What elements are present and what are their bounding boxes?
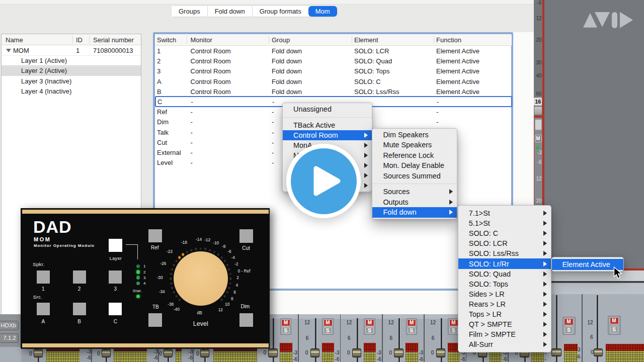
menu-item-unassigned[interactable]: Unassigned [283, 104, 372, 114]
col-element[interactable]: Element [354, 34, 378, 45]
menu-item-rears-lr[interactable]: Rears > LR [458, 299, 551, 309]
menu-item-fold-down[interactable]: Fold down [372, 207, 456, 218]
menu-item-sides-lr[interactable]: Sides > LR [458, 289, 551, 299]
fader-cap[interactable] [436, 348, 446, 357]
menu-item-solo-lss-rss[interactable]: SOLO: Lss/Rss [458, 248, 551, 258]
solo-button[interactable]: S [324, 327, 332, 334]
menu-item-control-room[interactable]: Control Room [283, 130, 372, 140]
menu-item-all-surr[interactable]: All-Surr [458, 339, 551, 349]
meter-clip-segment [322, 343, 335, 352]
fader-cap[interactable] [268, 348, 278, 357]
menu-item-solo-tops[interactable]: SOLO: Tops [458, 279, 551, 289]
io-box-format[interactable]: 7.1.2 [0, 333, 19, 343]
cut-button[interactable] [239, 229, 253, 243]
menu-item-sources-summed[interactable]: Sources Summed [372, 171, 456, 182]
switch-row[interactable]: B Control Room Fold down SOLO: Lss/Rss E… [155, 86, 512, 97]
switch-row[interactable]: 3 Control Room Fold down SOLO: Tops Elem… [155, 66, 512, 76]
menu-item-solo-lcr[interactable]: SOLO: LCR [458, 238, 551, 248]
play-icon[interactable] [313, 165, 342, 197]
menu-item-7-1-st[interactable]: 7.1>St [458, 208, 551, 218]
spkr-button-2[interactable] [73, 270, 86, 284]
layer-row[interactable]: Layer 2 (Active) [2, 66, 141, 76]
src-button-A[interactable] [37, 303, 50, 315]
menu-item-outputs[interactable]: Outputs [372, 197, 456, 208]
col-serial[interactable]: Serial number [93, 34, 134, 45]
menu-item-tops-lr[interactable]: Tops > LR [458, 309, 551, 319]
menu-item-element-active[interactable]: Element Active [552, 259, 623, 270]
src-button-label: A [42, 319, 45, 324]
solo-button[interactable]: S [365, 327, 374, 334]
tab-group-formats[interactable]: Group formats [252, 6, 308, 17]
switch-row[interactable]: 1 Control Room Fold down SOLO: LCR Eleme… [155, 46, 512, 56]
solo-button[interactable]: S [449, 327, 458, 334]
menu-item-solo-quad[interactable]: SOLO: Quad [458, 269, 551, 279]
src-button-B[interactable] [73, 303, 86, 315]
layer-button[interactable] [109, 239, 122, 252]
dim-button[interactable] [239, 313, 253, 327]
col-switch[interactable]: Switch [157, 34, 176, 45]
fader-cap[interactable] [200, 349, 209, 357]
fader-cap[interactable] [394, 348, 404, 357]
fader-cap[interactable] [164, 349, 173, 357]
mute-button[interactable]: M [281, 319, 290, 326]
fader-cap[interactable] [594, 348, 603, 356]
tab-groups[interactable]: Groups [172, 6, 207, 17]
fader-cap[interactable] [310, 348, 320, 357]
switch-row[interactable]: 2 Control Room Fold down SOLO: Quad Elem… [155, 56, 512, 66]
fader-cap[interactable] [34, 349, 43, 357]
device-row-mom[interactable]: MOM 1 71080000013 [2, 45, 141, 55]
tab-mom[interactable]: Mom [308, 6, 337, 17]
mute-button[interactable]: M [610, 317, 619, 325]
menu-item-film-smpte[interactable]: Film > SMPTE [458, 329, 551, 339]
tb-button[interactable] [148, 313, 162, 327]
col-group[interactable]: Group [272, 34, 290, 45]
submenu-arrow-icon [364, 183, 368, 188]
solo-button[interactable]: S [282, 327, 290, 334]
layer-row[interactable]: Layer 4 (Inactive) [2, 86, 141, 97]
menu-item-solo-c[interactable]: SOLO: C [458, 228, 551, 238]
mute-button[interactable]: M [407, 319, 416, 326]
fader-cap[interactable] [551, 348, 561, 356]
mute-solo-panel: MS [562, 317, 576, 335]
col-monitor[interactable]: Monitor [191, 34, 212, 45]
menu-item-tback-active[interactable]: TBack Active [283, 120, 372, 130]
col-id[interactable]: ID [76, 34, 83, 45]
solo-button[interactable]: S [408, 327, 416, 334]
tab-fold-down[interactable]: Fold down [207, 6, 252, 17]
menu-item-5-1-st[interactable]: 5.1>St [458, 218, 551, 228]
layer-label: Layer 1 (Active) [21, 57, 67, 64]
menu-item-sources[interactable]: Sources [372, 187, 456, 197]
col-function[interactable]: Function [436, 34, 461, 45]
mute-button[interactable]: M [449, 319, 458, 326]
spkr-button-1[interactable] [37, 270, 50, 284]
solo-button[interactable]: S [610, 326, 618, 333]
dial-label--22: -22 [167, 249, 173, 254]
src-button-C[interactable] [109, 303, 122, 315]
layer-row[interactable]: Layer 1 (Active) [2, 55, 141, 65]
fader-cap[interactable] [352, 348, 362, 357]
tab-label: Fold down [215, 8, 245, 15]
switch-row[interactable]: A Control Room Fold down SOLO: C Element… [155, 76, 512, 86]
meter-segment [46, 352, 79, 362]
menu-item-reference-lock[interactable]: Reference Lock [372, 150, 456, 161]
menu-item-label: Element Active [562, 260, 610, 268]
menu-item-mute-speakers[interactable]: Mute Speakers [372, 140, 456, 150]
spkr-button-3[interactable] [109, 270, 122, 284]
fader-cap[interactable] [102, 349, 111, 357]
col-name[interactable]: Name [6, 34, 23, 45]
mute-button[interactable]: M [324, 319, 333, 326]
level-knob[interactable] [174, 251, 228, 306]
menu-item-qt-smpte[interactable]: QT > SMPTE [458, 319, 551, 329]
mute-solo-panel: MS [322, 318, 334, 335]
menu-item-mon-delay-enable[interactable]: Mon. Delay Enable [372, 160, 456, 171]
menu-item-dim-speakers[interactable]: Dim Speakers [372, 130, 456, 140]
disclosure-triangle-icon[interactable] [6, 49, 11, 52]
mute-button[interactable]: M [564, 318, 574, 325]
ref-button[interactable] [148, 229, 162, 242]
mouse-cursor [613, 266, 623, 280]
solo-button[interactable]: S [565, 326, 573, 334]
layer-row[interactable]: Layer 3 (Inactive) [2, 76, 141, 86]
menu-item-solo-lr-rr[interactable]: SOLO: Lr/Rr [458, 258, 551, 268]
io-box-interface[interactable]: HDXb [0, 321, 19, 330]
mute-button[interactable]: M [365, 319, 374, 326]
